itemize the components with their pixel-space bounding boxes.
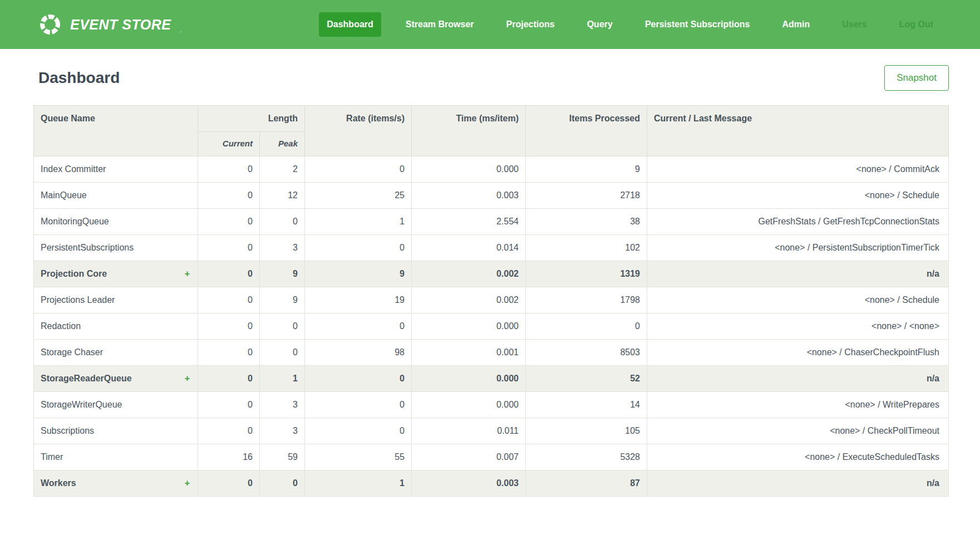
- column-header-queue-name: Queue Name: [34, 106, 198, 156]
- expand-plus-icon[interactable]: +: [185, 269, 190, 279]
- queue-name: Projection Core: [41, 269, 107, 279]
- queue-name: StorageWriterQueue: [41, 400, 122, 410]
- queue-message: <none> / <none>: [647, 313, 949, 340]
- table-row: MonitoringQueue0012.55438GetFreshStats /…: [34, 209, 949, 235]
- nav-item-users[interactable]: Users: [834, 12, 874, 37]
- queue-rate: 0: [305, 313, 412, 340]
- queue-message: <none> / Schedule: [647, 287, 949, 313]
- nav-item-query[interactable]: Query: [579, 12, 620, 37]
- queue-message: <none> / CheckPollTimeout: [647, 418, 949, 444]
- queue-items-processed: 14: [526, 392, 647, 418]
- queue-rate: 1: [305, 470, 412, 497]
- queue-items-processed: 1798: [526, 287, 647, 313]
- nav-item-stream-browser[interactable]: Stream Browser: [398, 12, 482, 37]
- queue-rate: 25: [305, 183, 412, 209]
- queue-time: 0.002: [412, 261, 526, 287]
- table-row: Storage Chaser00980.0018503<none> / Chas…: [34, 340, 949, 366]
- queue-peak: 12: [260, 183, 305, 209]
- queue-message: <none> / CommitAck: [647, 156, 949, 183]
- queue-rate: 0: [305, 418, 412, 444]
- queue-message: <none> / PersistentSubscriptionTimerTick: [647, 235, 949, 261]
- queue-peak: 9: [260, 261, 305, 287]
- top-nav-bar: EVENT STORE . DashboardStream BrowserPro…: [0, 0, 980, 49]
- column-header-rate: Rate (items/s): [305, 106, 412, 156]
- table-row[interactable]: StorageReaderQueue+0100.00052n/a: [34, 366, 949, 392]
- main-nav: DashboardStream BrowserProjectionsQueryP…: [319, 12, 941, 37]
- table-row: MainQueue012250.0032718<none> / Schedule: [34, 183, 949, 209]
- queue-time: 0.014: [412, 235, 526, 261]
- queue-current: 0: [198, 287, 260, 313]
- page-head: Dashboard Snapshot: [0, 49, 980, 105]
- queue-current: 0: [198, 261, 260, 287]
- queue-peak: 3: [260, 392, 305, 418]
- logo-text: EVENT STORE: [70, 17, 171, 33]
- queue-items-processed: 87: [526, 470, 647, 497]
- queue-message: <none> / WritePrepares: [647, 392, 949, 418]
- queue-name: Workers: [41, 478, 76, 488]
- queues-table-wrap: Queue Name Length Rate (items/s) Time (m…: [0, 105, 980, 497]
- snapshot-button[interactable]: Snapshot: [884, 65, 949, 91]
- queue-items-processed: 5328: [526, 444, 647, 470]
- nav-item-log-out[interactable]: Log Out: [892, 12, 941, 37]
- table-row: Projections Leader09190.0021798<none> / …: [34, 287, 949, 313]
- column-header-time: Time (ms/item): [412, 106, 526, 156]
- queue-message: <none> / ExecuteScheduledTasks: [647, 444, 949, 470]
- nav-item-admin[interactable]: Admin: [774, 12, 818, 37]
- table-row: Subscriptions0300.011105<none> / CheckPo…: [34, 418, 949, 444]
- table-row[interactable]: Projection Core+0990.0021319n/a: [34, 261, 949, 287]
- queue-message: n/a: [647, 261, 949, 287]
- queue-message: GetFreshStats / GetFreshTcpConnectionSta…: [647, 209, 949, 235]
- queue-peak: 3: [260, 235, 305, 261]
- queue-message: <none> / ChaserCheckpointFlush: [647, 340, 949, 366]
- queue-items-processed: 38: [526, 209, 647, 235]
- queue-current: 0: [198, 392, 260, 418]
- table-row: Redaction0000.0000<none> / <none>: [34, 313, 949, 340]
- nav-item-dashboard[interactable]: Dashboard: [319, 12, 381, 37]
- queue-name: Index Committer: [41, 164, 106, 174]
- queue-time: 0.002: [412, 287, 526, 313]
- queue-current: 0: [198, 470, 260, 497]
- column-subheader-peak: Peak: [260, 132, 305, 156]
- expand-plus-icon[interactable]: +: [185, 374, 190, 384]
- queue-rate: 0: [305, 235, 412, 261]
- queue-peak: 1: [260, 366, 305, 392]
- queue-peak: 0: [260, 313, 305, 340]
- queue-time: 2.554: [412, 209, 526, 235]
- queue-time: 0.007: [412, 444, 526, 470]
- queue-current: 0: [198, 209, 260, 235]
- queue-peak: 9: [260, 287, 305, 313]
- nav-item-persistent-subscriptions[interactable]: Persistent Subscriptions: [637, 12, 758, 37]
- page-title: Dashboard: [38, 69, 120, 87]
- queue-time: 0.000: [412, 392, 526, 418]
- queue-peak: 0: [260, 470, 305, 497]
- queue-peak: 0: [260, 209, 305, 235]
- table-row: StorageWriterQueue0300.00014<none> / Wri…: [34, 392, 949, 418]
- queue-peak: 3: [260, 418, 305, 444]
- event-store-logo[interactable]: EVENT STORE .: [38, 12, 182, 37]
- queue-items-processed: 1319: [526, 261, 647, 287]
- queue-rate: 98: [305, 340, 412, 366]
- queue-time: 0.003: [412, 183, 526, 209]
- queue-time: 0.011: [412, 418, 526, 444]
- queue-name: Timer: [41, 452, 63, 462]
- queue-name: Subscriptions: [41, 426, 94, 436]
- table-row: Index Committer0200.0009<none> / CommitA…: [34, 156, 949, 183]
- queue-rate: 0: [305, 156, 412, 183]
- column-header-length: Length: [198, 106, 305, 132]
- queue-peak: 59: [260, 444, 305, 470]
- nav-item-projections[interactable]: Projections: [499, 12, 563, 37]
- queue-time: 0.000: [412, 156, 526, 183]
- table-row[interactable]: Workers+0010.00387n/a: [34, 470, 949, 497]
- queue-time: 0.000: [412, 313, 526, 340]
- queue-rate: 1: [305, 209, 412, 235]
- queue-items-processed: 52: [526, 366, 647, 392]
- queue-rate: 0: [305, 366, 412, 392]
- column-header-message: Current / Last Message: [647, 106, 949, 156]
- queue-name: Redaction: [41, 321, 81, 331]
- queue-current: 0: [198, 235, 260, 261]
- expand-plus-icon[interactable]: +: [185, 478, 190, 488]
- queue-current: 0: [198, 366, 260, 392]
- queue-current: 0: [198, 313, 260, 340]
- queue-time: 0.003: [412, 470, 526, 497]
- queue-items-processed: 0: [526, 313, 647, 340]
